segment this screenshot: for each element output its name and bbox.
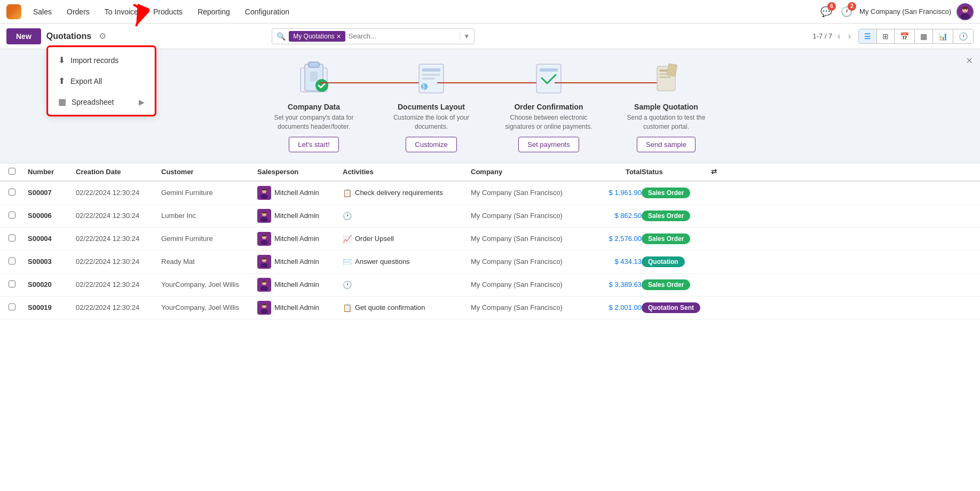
- row-salesperson-4: Mitchell Admin: [257, 278, 343, 292]
- list-view-button[interactable]: ☰: [859, 29, 877, 43]
- import-records-item[interactable]: ⬇ Import records: [49, 50, 154, 71]
- confirmation-step-button[interactable]: Set payments: [518, 137, 579, 152]
- svg-point-58: [263, 305, 264, 306]
- svg-point-28: [263, 190, 264, 191]
- table-row[interactable]: S00019 02/22/2024 12:30:24 YourCompany, …: [0, 297, 980, 319]
- row-check-input-1[interactable]: [9, 212, 15, 219]
- activity-icon-0: 📋: [343, 189, 352, 197]
- svg-rect-13: [422, 68, 440, 72]
- row-checkbox-3[interactable]: [9, 258, 28, 266]
- chart-view-button[interactable]: 📊: [933, 29, 953, 43]
- row-check-input-2[interactable]: [9, 235, 15, 241]
- search-input[interactable]: [349, 32, 457, 40]
- row-number-1: S00006: [28, 212, 76, 220]
- svg-rect-48: [262, 258, 266, 259]
- svg-rect-15: [422, 77, 435, 80]
- col-header-status: Status: [642, 168, 711, 176]
- table-row[interactable]: S00004 02/22/2024 12:30:24 Gemini Furnit…: [0, 228, 980, 251]
- col-header-settings[interactable]: ⇄: [711, 168, 732, 176]
- row-check-input-4[interactable]: [9, 280, 15, 287]
- row-salesperson-0: Mitchell Admin: [257, 186, 343, 200]
- layout-step-button[interactable]: Customize: [406, 137, 456, 152]
- row-check-input-0[interactable]: [9, 189, 15, 196]
- salesperson-name-5: Mitchell Admin: [274, 303, 319, 311]
- dropdown-menu: ⬇ Import records ⬆ Export All ▦ Spreadsh…: [48, 47, 155, 115]
- svg-point-4: [966, 9, 967, 10]
- table-row[interactable]: S00007 02/22/2024 12:30:24 Gemini Furnit…: [0, 182, 980, 205]
- svg-rect-14: [422, 74, 440, 76]
- nav-configuration[interactable]: Configuration: [239, 4, 296, 19]
- svg-rect-30: [262, 189, 266, 190]
- search-dropdown-button[interactable]: ▼: [460, 33, 470, 40]
- select-all-input[interactable]: [9, 168, 15, 175]
- row-number-2: S00004: [28, 235, 76, 243]
- confirmation-step-title: Order Confirmation: [514, 103, 583, 111]
- sample-step-button[interactable]: Send sample: [637, 137, 696, 152]
- clock-notification[interactable]: 🕐 2: [839, 4, 854, 19]
- row-total-2: $ 2,576.00: [588, 235, 642, 243]
- status-badge-1: Sales Order: [642, 211, 690, 221]
- table-row[interactable]: S00003 02/22/2024 12:30:24 Ready Mat Mit…: [0, 251, 980, 274]
- filter-remove-button[interactable]: ×: [337, 32, 341, 41]
- user-avatar[interactable]: [957, 3, 974, 20]
- svg-point-3: [963, 9, 964, 10]
- company-name: My Company (San Francisco): [859, 7, 951, 15]
- close-banner-button[interactable]: ×: [966, 54, 973, 67]
- activity-view-button[interactable]: 🕐: [953, 29, 973, 43]
- page-title: Quotations: [46, 32, 91, 41]
- nav-to-invoice[interactable]: To Invoice: [98, 4, 145, 19]
- row-number-4: S00020: [28, 280, 76, 289]
- svg-point-34: [263, 213, 264, 214]
- row-status-3: Quotation: [642, 256, 711, 267]
- row-total-4: $ 3,389.63: [588, 280, 642, 289]
- gear-icon[interactable]: ⚙: [99, 31, 106, 41]
- nav-products[interactable]: Products: [147, 4, 189, 19]
- company-step-button[interactable]: Let's start!: [289, 137, 339, 152]
- table-row[interactable]: S00006 02/22/2024 12:30:24 Lumber Inc Mi…: [0, 205, 980, 228]
- row-checkbox-4[interactable]: [9, 280, 28, 289]
- row-check-input-3[interactable]: [9, 258, 15, 264]
- row-salesperson-1: Mitchell Admin: [257, 209, 343, 223]
- row-salesperson-2: Mitchell Admin: [257, 232, 343, 246]
- import-icon: ⬇: [58, 55, 65, 65]
- svg-rect-10: [310, 72, 318, 81]
- row-check-input-5[interactable]: [9, 303, 15, 310]
- layout-step-title: Documents Layout: [398, 103, 465, 111]
- row-salesperson-3: Mitchell Admin: [257, 255, 343, 269]
- next-page-button[interactable]: ›: [846, 30, 853, 42]
- svg-rect-5: [962, 7, 968, 9]
- svg-point-35: [265, 213, 266, 214]
- nav-sales[interactable]: Sales: [27, 4, 58, 19]
- salesperson-name-0: Mitchell Admin: [274, 189, 319, 197]
- row-total-3: $ 434.13: [588, 258, 642, 266]
- svg-rect-42: [262, 235, 266, 236]
- export-all-item[interactable]: ⬆ Export All: [49, 71, 154, 91]
- row-status-5: Quotation Sent: [642, 302, 711, 313]
- company-step-desc: Set your company's data for documents he…: [266, 113, 362, 131]
- svg-rect-36: [262, 212, 266, 213]
- select-all-checkbox[interactable]: [9, 168, 28, 176]
- confirmation-step-icon: [530, 60, 567, 97]
- salesperson-avatar-5: [257, 301, 271, 315]
- new-button[interactable]: New: [6, 28, 41, 44]
- nav-reporting[interactable]: Reporting: [191, 4, 236, 19]
- row-customer-1: Lumber Inc: [161, 212, 257, 220]
- row-checkbox-0[interactable]: [9, 189, 28, 197]
- sample-step-title: Sample Quotation: [634, 103, 698, 111]
- table-row[interactable]: S00020 02/22/2024 12:30:24 YourCompany, …: [0, 274, 980, 297]
- row-date-3: 02/22/2024 12:30:24: [76, 258, 161, 266]
- row-checkbox-5[interactable]: [9, 303, 28, 312]
- kanban-view-button[interactable]: ⊞: [877, 29, 895, 43]
- status-badge-5: Quotation Sent: [642, 302, 700, 313]
- prev-page-button[interactable]: ‹: [835, 30, 842, 42]
- table-header: Number Creation Date Customer Salesperso…: [0, 163, 980, 182]
- table-view-button[interactable]: ▦: [915, 29, 933, 43]
- activity-label-5: Get quote confirmation: [355, 303, 425, 311]
- nav-orders[interactable]: Orders: [60, 4, 96, 19]
- row-activities-5: 📋 Get quote confirmation: [343, 303, 471, 312]
- messages-notification[interactable]: 💬 6: [819, 4, 834, 19]
- calendar-view-button[interactable]: 📅: [895, 29, 915, 43]
- row-checkbox-1[interactable]: [9, 212, 28, 220]
- spreadsheet-item[interactable]: ▦ Spreadsheet ▶: [49, 91, 154, 112]
- row-checkbox-2[interactable]: [9, 235, 28, 243]
